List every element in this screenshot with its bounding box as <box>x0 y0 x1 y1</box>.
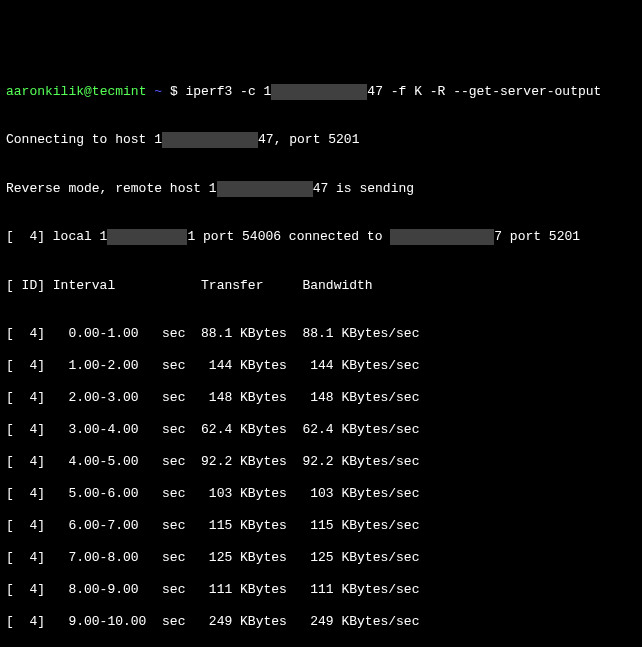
reverse-mode-line: Reverse mode, remote host 1x47 is sendin… <box>6 181 636 197</box>
prompt-line-1[interactable]: aaronkilik@tecmint ~ $ iperf3 -c 1x47 -f… <box>6 84 636 100</box>
reverse-suffix: 47 is sending <box>313 181 414 196</box>
redacted-ip: x <box>217 181 313 197</box>
prompt-host: tecmint <box>92 84 147 99</box>
connecting-suffix: 47, port 5201 <box>258 133 359 148</box>
table-row: [ 4] 9.00-10.00 sec 249 KBytes 249 KByte… <box>6 614 636 630</box>
table-row: [ 4] 4.00-5.00 sec 92.2 KBytes 92.2 KByt… <box>6 454 636 470</box>
table-row: [ 4] 5.00-6.00 sec 103 KBytes 103 KBytes… <box>6 486 636 502</box>
table-row: [ 4] 6.00-7.00 sec 115 KBytes 115 KBytes… <box>6 518 636 534</box>
redacted-ip: x <box>107 229 187 245</box>
table-row: [ 4] 2.00-3.00 sec 148 KBytes 148 KBytes… <box>6 390 636 406</box>
prompt-path: ~ <box>154 84 162 99</box>
table-row: [ 4] 3.00-4.00 sec 62.4 KBytes 62.4 KByt… <box>6 422 636 438</box>
local-connected-line: [ 4] local 1x1 port 54006 connected to x… <box>6 229 636 245</box>
at-symbol: @ <box>84 84 92 99</box>
reverse-text: Reverse mode, remote host 1 <box>6 181 217 196</box>
local-text: [ 4] local 1 <box>6 230 107 245</box>
redacted-ip: x <box>162 132 258 148</box>
command-suffix: 47 -f K -R --get-server-output <box>367 84 601 99</box>
prompt-symbol: $ <box>170 84 178 99</box>
redacted-ip: x <box>271 84 367 100</box>
table-row: [ 4] 8.00-9.00 sec 111 KBytes 111 KBytes… <box>6 582 636 598</box>
table-row: [ 4] 1.00-2.00 sec 144 KBytes 144 KBytes… <box>6 358 636 374</box>
command-prefix: iperf3 -c 1 <box>186 84 272 99</box>
connecting-text: Connecting to host 1 <box>6 133 162 148</box>
connected-text: 1 port 54006 connected to <box>187 230 390 245</box>
port-text: 7 port 5201 <box>494 230 580 245</box>
connecting-line: Connecting to host 1x47, port 5201 <box>6 132 636 148</box>
redacted-ip: x <box>390 229 494 245</box>
client-table-header: [ ID] Interval Transfer Bandwidth <box>6 278 636 294</box>
table-row: [ 4] 0.00-1.00 sec 88.1 KBytes 88.1 KByt… <box>6 326 636 342</box>
table-row: [ 4] 7.00-8.00 sec 125 KBytes 125 KBytes… <box>6 550 636 566</box>
prompt-user: aaronkilik <box>6 84 84 99</box>
